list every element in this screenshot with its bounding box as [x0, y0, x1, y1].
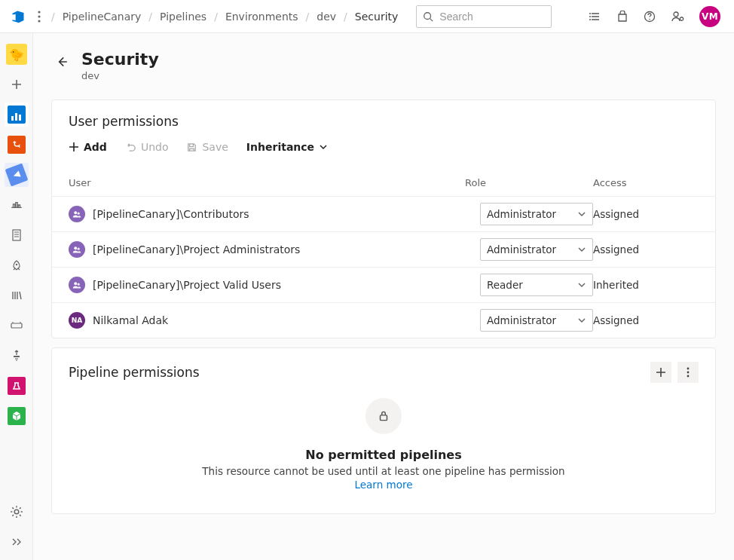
role-select-value: Reader [487, 279, 523, 291]
shopping-bag-icon[interactable] [616, 11, 628, 23]
role-select[interactable]: Reader [480, 274, 593, 296]
chevron-down-icon [577, 210, 586, 219]
breadcrumb-item[interactable]: dev [317, 11, 336, 23]
svg-point-10 [674, 12, 678, 17]
svg-rect-26 [381, 415, 387, 421]
add-pipeline-button[interactable] [650, 362, 671, 383]
plus-icon [69, 142, 79, 152]
undo-icon [125, 142, 136, 153]
rocket-icon[interactable] [5, 253, 29, 277]
inheritance-dropdown[interactable]: Inheritance [246, 141, 328, 153]
undo-button-label: Undo [141, 141, 169, 153]
boards-icon[interactable] [5, 103, 29, 127]
svg-point-3 [424, 12, 431, 19]
svg-point-1 [38, 15, 40, 17]
svg-point-2 [38, 20, 40, 22]
breadcrumb-item[interactable]: Environments [225, 11, 298, 23]
role-select[interactable]: Administrator [480, 309, 593, 332]
list-view-icon[interactable] [589, 11, 601, 23]
chevron-down-icon [577, 316, 586, 325]
breadcrumb-separator: / [306, 11, 310, 23]
svg-point-0 [38, 11, 40, 13]
person-avatar: NA [69, 312, 85, 329]
svg-point-17 [74, 211, 77, 214]
breadcrumb-separator: / [148, 11, 152, 23]
svg-point-23 [687, 368, 690, 370]
environments-icon[interactable] [5, 193, 29, 217]
empty-state-message: This resource cannot be used until at le… [202, 465, 564, 477]
svg-rect-15 [14, 356, 20, 357]
svg-point-22 [78, 283, 80, 286]
breadcrumb-separator: / [214, 11, 218, 23]
breadcrumb-item[interactable]: Pipelines [160, 11, 206, 23]
svg-point-18 [78, 213, 80, 215]
role-select-value: Administrator [487, 208, 556, 220]
role-select[interactable]: Administrator [480, 203, 593, 225]
library-icon[interactable] [5, 283, 29, 308]
project-icon[interactable]: 🐤 [5, 42, 29, 66]
permission-row[interactable]: [PipelineCanary]\Project AdministratorsA… [52, 231, 715, 267]
learn-more-link[interactable]: Learn more [355, 479, 413, 491]
column-header-access: Access [593, 177, 699, 188]
undo-button: Undo [125, 141, 169, 153]
back-arrow-icon[interactable] [54, 54, 69, 69]
user-settings-icon[interactable] [671, 11, 684, 23]
artifacts-icon[interactable] [5, 404, 29, 428]
access-value: Assigned [593, 208, 699, 220]
column-header-role: Role [465, 177, 593, 188]
breadcrumb: / PipelineCanary / Pipelines / Environme… [51, 11, 398, 23]
permission-user-name: [PipelineCanary]\Project Valid Users [93, 279, 281, 291]
permission-user-name: Nilkamal Adak [93, 314, 168, 326]
column-header-user: User [69, 177, 465, 188]
breadcrumb-separator: / [344, 11, 347, 23]
empty-state-title: No permitted pipelines [305, 448, 461, 462]
chevron-down-icon [577, 245, 586, 254]
pipelines-icon[interactable] [5, 163, 29, 187]
repos-icon[interactable] [5, 133, 29, 157]
save-button-label: Save [202, 141, 228, 153]
azure-devops-logo-icon[interactable] [9, 8, 27, 26]
group-avatar-icon [69, 277, 85, 293]
permission-user-name: [PipelineCanary]\Project Administrators [93, 243, 300, 256]
permission-row[interactable]: [PipelineCanary]\Project Valid UsersRead… [52, 267, 715, 302]
search-icon [423, 11, 433, 22]
deployment-icon[interactable] [5, 344, 29, 368]
svg-point-24 [687, 372, 690, 374]
task-groups-icon[interactable] [5, 314, 29, 338]
add-icon[interactable] [5, 72, 29, 96]
svg-point-19 [74, 246, 77, 249]
group-avatar-icon [69, 206, 85, 222]
permission-row[interactable]: [PipelineCanary]\ContributorsAdministrat… [52, 196, 715, 231]
breadcrumb-item-current: Security [355, 11, 399, 23]
svg-point-20 [78, 248, 80, 250]
chevron-down-icon [577, 280, 586, 289]
chevron-down-icon [319, 142, 328, 151]
breadcrumb-item[interactable]: PipelineCanary [63, 11, 142, 23]
collapse-sidebar-icon[interactable] [5, 530, 29, 554]
test-plans-icon[interactable] [5, 374, 29, 398]
svg-point-25 [687, 375, 690, 378]
svg-point-9 [649, 18, 650, 20]
role-select-value: Administrator [487, 314, 556, 326]
help-icon[interactable] [644, 11, 656, 23]
save-icon [186, 142, 197, 153]
hub-menu-icon[interactable] [33, 11, 45, 23]
more-options-button[interactable] [677, 362, 699, 383]
settings-gear-icon[interactable] [5, 500, 29, 524]
permission-row[interactable]: NANilkamal AdakAdministratorAssigned [52, 302, 715, 338]
svg-rect-14 [11, 323, 22, 328]
access-value: Inherited [593, 279, 699, 291]
plus-icon [656, 367, 666, 378]
servers-icon[interactable] [5, 223, 29, 247]
search-input[interactable] [438, 10, 545, 23]
svg-point-16 [14, 510, 19, 514]
svg-rect-12 [13, 230, 20, 240]
lock-icon [365, 398, 402, 434]
role-select[interactable]: Administrator [480, 238, 593, 261]
svg-point-21 [74, 282, 77, 285]
page-title: Security [81, 50, 159, 69]
breadcrumb-separator: / [51, 11, 55, 23]
search-input-container[interactable] [416, 5, 552, 28]
add-button[interactable]: Add [69, 141, 107, 153]
user-avatar[interactable]: VM [699, 6, 720, 27]
